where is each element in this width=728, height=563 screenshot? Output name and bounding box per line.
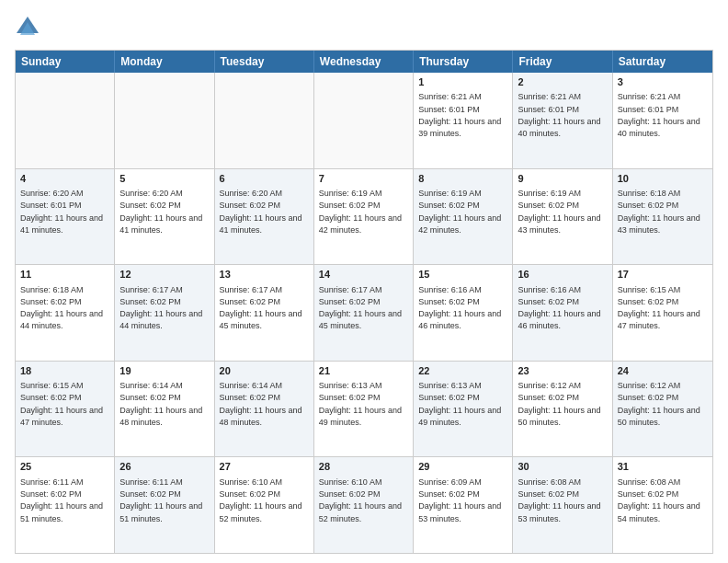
cal-cell-2-3: 14Sunrise: 6:17 AM Sunset: 6:02 PM Dayli… <box>314 265 414 361</box>
day-number: 26 <box>119 460 209 474</box>
logo <box>15 15 44 40</box>
day-number: 4 <box>20 172 109 186</box>
cal-cell-3-2: 20Sunrise: 6:14 AM Sunset: 6:02 PM Dayli… <box>215 362 314 457</box>
cal-cell-0-4: 1Sunrise: 6:21 AM Sunset: 6:01 PM Daylig… <box>414 73 513 168</box>
cell-info: Sunrise: 6:08 AM Sunset: 6:02 PM Dayligh… <box>618 477 700 523</box>
cal-cell-4-2: 27Sunrise: 6:10 AM Sunset: 6:02 PM Dayli… <box>215 457 314 553</box>
cell-info: Sunrise: 6:13 AM Sunset: 6:02 PM Dayligh… <box>418 381 501 427</box>
cal-cell-0-0 <box>16 73 115 168</box>
cal-cell-3-0: 18Sunrise: 6:15 AM Sunset: 6:02 PM Dayli… <box>16 362 115 457</box>
header <box>15 15 713 40</box>
cal-cell-1-0: 4Sunrise: 6:20 AM Sunset: 6:01 PM Daylig… <box>16 169 115 265</box>
day-number: 31 <box>618 460 708 474</box>
cell-info: Sunrise: 6:15 AM Sunset: 6:02 PM Dayligh… <box>20 381 103 427</box>
cal-cell-0-1 <box>115 73 214 168</box>
day-number: 11 <box>20 268 109 282</box>
day-number: 1 <box>418 75 507 89</box>
day-number: 16 <box>518 268 607 282</box>
day-number: 22 <box>418 364 507 378</box>
day-number: 10 <box>618 172 708 186</box>
cell-info: Sunrise: 6:17 AM Sunset: 6:02 PM Dayligh… <box>319 285 402 331</box>
cell-info: Sunrise: 6:17 AM Sunset: 6:02 PM Dayligh… <box>220 285 302 331</box>
day-number: 7 <box>319 172 408 186</box>
calendar-header: SundayMondayTuesdayWednesdayThursdayFrid… <box>16 51 712 73</box>
cal-cell-3-1: 19Sunrise: 6:14 AM Sunset: 6:02 PM Dayli… <box>115 362 214 457</box>
cal-cell-2-0: 11Sunrise: 6:18 AM Sunset: 6:02 PM Dayli… <box>16 265 115 361</box>
calendar: SundayMondayTuesdayWednesdayThursdayFrid… <box>15 50 713 554</box>
day-number: 18 <box>20 364 109 378</box>
cell-info: Sunrise: 6:19 AM Sunset: 6:02 PM Dayligh… <box>518 189 600 235</box>
day-number: 14 <box>319 268 408 282</box>
header-day-tuesday: Tuesday <box>215 51 314 73</box>
cal-cell-0-2 <box>215 73 314 168</box>
cal-cell-1-3: 7Sunrise: 6:19 AM Sunset: 6:02 PM Daylig… <box>314 169 414 265</box>
cell-info: Sunrise: 6:19 AM Sunset: 6:02 PM Dayligh… <box>418 189 501 235</box>
week-row-4: 25Sunrise: 6:11 AM Sunset: 6:02 PM Dayli… <box>16 456 712 553</box>
header-day-saturday: Saturday <box>613 51 712 73</box>
cell-info: Sunrise: 6:08 AM Sunset: 6:02 PM Dayligh… <box>518 477 600 523</box>
calendar-body: 1Sunrise: 6:21 AM Sunset: 6:01 PM Daylig… <box>16 73 712 553</box>
cal-cell-1-5: 9Sunrise: 6:19 AM Sunset: 6:02 PM Daylig… <box>513 169 612 265</box>
cal-cell-1-1: 5Sunrise: 6:20 AM Sunset: 6:02 PM Daylig… <box>115 169 214 265</box>
page: SundayMondayTuesdayWednesdayThursdayFrid… <box>0 0 728 563</box>
cal-cell-4-4: 29Sunrise: 6:09 AM Sunset: 6:02 PM Dayli… <box>414 457 513 553</box>
cal-cell-4-6: 31Sunrise: 6:08 AM Sunset: 6:02 PM Dayli… <box>613 457 712 553</box>
day-number: 23 <box>518 364 607 378</box>
cell-info: Sunrise: 6:20 AM Sunset: 6:01 PM Dayligh… <box>20 189 103 235</box>
cell-info: Sunrise: 6:10 AM Sunset: 6:02 PM Dayligh… <box>319 477 402 523</box>
day-number: 29 <box>418 460 507 474</box>
day-number: 20 <box>220 364 309 378</box>
cell-info: Sunrise: 6:11 AM Sunset: 6:02 PM Dayligh… <box>20 477 103 523</box>
cal-cell-3-4: 22Sunrise: 6:13 AM Sunset: 6:02 PM Dayli… <box>414 362 513 457</box>
week-row-2: 11Sunrise: 6:18 AM Sunset: 6:02 PM Dayli… <box>16 264 712 361</box>
logo-icon <box>15 15 40 40</box>
cell-info: Sunrise: 6:14 AM Sunset: 6:02 PM Dayligh… <box>220 381 302 427</box>
cell-info: Sunrise: 6:20 AM Sunset: 6:02 PM Dayligh… <box>119 189 202 235</box>
day-number: 9 <box>518 172 607 186</box>
cell-info: Sunrise: 6:21 AM Sunset: 6:01 PM Dayligh… <box>518 92 600 138</box>
day-number: 17 <box>618 268 708 282</box>
cell-info: Sunrise: 6:09 AM Sunset: 6:02 PM Dayligh… <box>418 477 501 523</box>
cal-cell-4-3: 28Sunrise: 6:10 AM Sunset: 6:02 PM Dayli… <box>314 457 414 553</box>
header-day-thursday: Thursday <box>414 51 513 73</box>
day-number: 3 <box>618 75 708 89</box>
cell-info: Sunrise: 6:11 AM Sunset: 6:02 PM Dayligh… <box>119 477 202 523</box>
cell-info: Sunrise: 6:21 AM Sunset: 6:01 PM Dayligh… <box>418 92 501 138</box>
cal-cell-1-4: 8Sunrise: 6:19 AM Sunset: 6:02 PM Daylig… <box>414 169 513 265</box>
cal-cell-2-4: 15Sunrise: 6:16 AM Sunset: 6:02 PM Dayli… <box>414 265 513 361</box>
cell-info: Sunrise: 6:10 AM Sunset: 6:02 PM Dayligh… <box>220 477 302 523</box>
cal-cell-3-3: 21Sunrise: 6:13 AM Sunset: 6:02 PM Dayli… <box>314 362 414 457</box>
cal-cell-0-6: 3Sunrise: 6:21 AM Sunset: 6:01 PM Daylig… <box>613 73 712 168</box>
day-number: 2 <box>518 75 607 89</box>
cal-cell-4-5: 30Sunrise: 6:08 AM Sunset: 6:02 PM Dayli… <box>513 457 612 553</box>
day-number: 13 <box>220 268 309 282</box>
cal-cell-1-6: 10Sunrise: 6:18 AM Sunset: 6:02 PM Dayli… <box>613 169 712 265</box>
cal-cell-2-1: 12Sunrise: 6:17 AM Sunset: 6:02 PM Dayli… <box>115 265 214 361</box>
cell-info: Sunrise: 6:21 AM Sunset: 6:01 PM Dayligh… <box>618 92 700 138</box>
cell-info: Sunrise: 6:20 AM Sunset: 6:02 PM Dayligh… <box>220 189 302 235</box>
week-row-0: 1Sunrise: 6:21 AM Sunset: 6:01 PM Daylig… <box>16 73 712 168</box>
cell-info: Sunrise: 6:16 AM Sunset: 6:02 PM Dayligh… <box>518 285 600 331</box>
cal-cell-3-5: 23Sunrise: 6:12 AM Sunset: 6:02 PM Dayli… <box>513 362 612 457</box>
cal-cell-4-0: 25Sunrise: 6:11 AM Sunset: 6:02 PM Dayli… <box>16 457 115 553</box>
day-number: 6 <box>220 172 309 186</box>
cal-cell-1-2: 6Sunrise: 6:20 AM Sunset: 6:02 PM Daylig… <box>215 169 314 265</box>
day-number: 5 <box>119 172 209 186</box>
cal-cell-0-5: 2Sunrise: 6:21 AM Sunset: 6:01 PM Daylig… <box>513 73 612 168</box>
cell-info: Sunrise: 6:18 AM Sunset: 6:02 PM Dayligh… <box>618 189 700 235</box>
cal-cell-0-3 <box>314 73 414 168</box>
cell-info: Sunrise: 6:18 AM Sunset: 6:02 PM Dayligh… <box>20 285 103 331</box>
week-row-1: 4Sunrise: 6:20 AM Sunset: 6:01 PM Daylig… <box>16 168 712 265</box>
day-number: 24 <box>618 364 708 378</box>
cal-cell-2-5: 16Sunrise: 6:16 AM Sunset: 6:02 PM Dayli… <box>513 265 612 361</box>
week-row-3: 18Sunrise: 6:15 AM Sunset: 6:02 PM Dayli… <box>16 361 712 457</box>
cell-info: Sunrise: 6:16 AM Sunset: 6:02 PM Dayligh… <box>418 285 501 331</box>
day-number: 21 <box>319 364 408 378</box>
day-number: 8 <box>418 172 507 186</box>
day-number: 15 <box>418 268 507 282</box>
cell-info: Sunrise: 6:15 AM Sunset: 6:02 PM Dayligh… <box>618 285 700 331</box>
header-day-friday: Friday <box>513 51 612 73</box>
day-number: 25 <box>20 460 109 474</box>
cell-info: Sunrise: 6:17 AM Sunset: 6:02 PM Dayligh… <box>119 285 202 331</box>
cal-cell-2-2: 13Sunrise: 6:17 AM Sunset: 6:02 PM Dayli… <box>215 265 314 361</box>
